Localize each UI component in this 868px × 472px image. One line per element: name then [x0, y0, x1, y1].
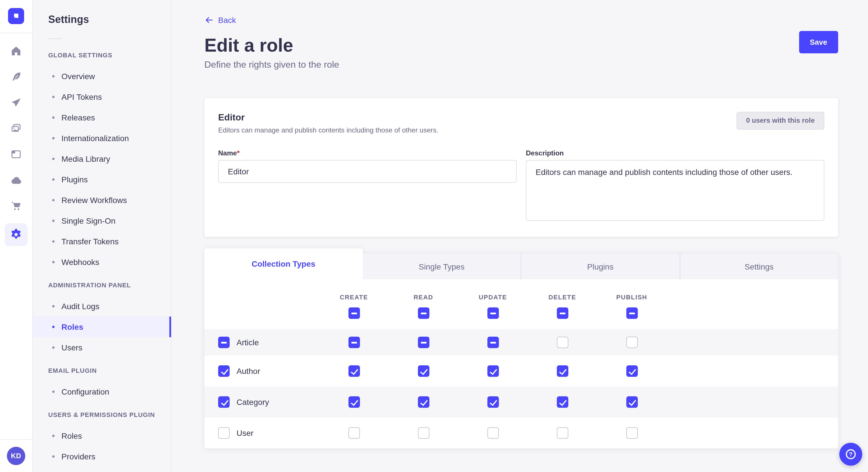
column-label-delete: DELETE — [549, 294, 576, 301]
sidebar-item-label: Transfer Tokens — [61, 237, 119, 246]
role-description-text: Editors can manage and publish contents … — [218, 126, 438, 135]
bullet-dot — [52, 261, 55, 263]
select-all-create-checkbox[interactable] — [348, 307, 360, 319]
checkbox-user-read[interactable] — [417, 427, 429, 439]
sidebar-item-up-roles[interactable]: Roles — [33, 426, 171, 446]
select-all-publish-checkbox[interactable] — [626, 307, 638, 319]
help-button[interactable]: ? — [839, 443, 862, 466]
checkbox-author-publish[interactable] — [626, 365, 638, 377]
cell-user-publish — [597, 427, 666, 439]
checkbox-article-read[interactable] — [417, 337, 429, 348]
checkbox-user-row[interactable] — [218, 427, 229, 439]
bullet-dot — [52, 220, 55, 222]
settings-gear-icon[interactable] — [5, 223, 28, 246]
name-field[interactable] — [218, 160, 517, 183]
checkbox-category-publish[interactable] — [626, 396, 638, 408]
checkbox-article-delete[interactable] — [557, 337, 568, 348]
tab-plugins[interactable]: Plugins — [521, 253, 679, 279]
checkbox-user-create[interactable] — [348, 427, 360, 439]
sidebar-item-transfer-tokens[interactable]: Transfer Tokens — [33, 231, 171, 252]
sidebar-item-audit-logs[interactable]: Audit Logs — [33, 296, 171, 316]
sidebar-list-global: Overview API Tokens Releases Internation… — [33, 66, 171, 272]
section-header-users-permissions-plugin: USERS & PERMISSIONS PLUGIN — [33, 411, 171, 419]
rail-bottom-divider — [0, 439, 32, 440]
sidebar-item-review-workflows[interactable]: Review Workflows — [33, 190, 171, 210]
select-all-update-checkbox[interactable] — [487, 307, 499, 319]
marketplace-cart-icon[interactable] — [10, 200, 22, 212]
save-button[interactable]: Save — [799, 31, 838, 53]
sidebar-item-internationalization[interactable]: Internationalization — [33, 128, 171, 148]
select-all-read-checkbox[interactable] — [417, 307, 429, 319]
rail-bottom: KD — [0, 439, 32, 472]
checkbox-author-row[interactable] — [218, 365, 229, 377]
bullet-dot — [52, 346, 55, 349]
description-field-group: Description Editors can manage and publi… — [526, 147, 825, 223]
sidebar-item-plugins[interactable]: Plugins — [33, 169, 171, 190]
sidebar-item-single-sign-on[interactable]: Single Sign-On — [33, 210, 171, 231]
checkbox-article-publish[interactable] — [626, 337, 638, 348]
media-library-icon[interactable] — [10, 123, 22, 134]
cell-user-read — [389, 427, 458, 439]
sidebar-item-media-library[interactable]: Media Library — [33, 148, 171, 169]
cell-user-create — [319, 427, 389, 439]
cell-article-publish — [597, 337, 666, 348]
checkbox-author-delete[interactable] — [557, 365, 568, 377]
description-field[interactable]: Editors can manage and publish contents … — [526, 160, 825, 221]
select-all-delete-checkbox[interactable] — [557, 307, 568, 319]
rail-divider — [0, 33, 32, 33]
checkbox-category-create[interactable] — [348, 396, 360, 408]
feather-icon[interactable] — [10, 71, 22, 82]
strapi-admin-window: KD Settings GLOBAL SETTINGS Overview API… — [0, 0, 868, 472]
permissions-table: CREATE READ UPDATE DELETE — [205, 279, 838, 448]
bullet-dot — [52, 158, 55, 160]
bullet-dot — [52, 116, 55, 119]
bullet-dot — [52, 391, 55, 393]
sidebar-item-label: Plugins — [61, 175, 88, 184]
tab-settings[interactable]: Settings — [679, 253, 838, 279]
tab-collection-types[interactable]: Collection Types — [205, 248, 363, 279]
checkbox-author-update[interactable] — [487, 365, 499, 377]
sidebar-item-users[interactable]: Users — [33, 337, 171, 358]
strapi-logo[interactable] — [8, 8, 24, 24]
sidebar-item-roles[interactable]: Roles — [33, 316, 171, 337]
checkbox-article-update[interactable] — [487, 337, 499, 348]
user-avatar[interactable]: KD — [7, 447, 25, 465]
sidebar-item-providers[interactable]: Providers — [33, 446, 171, 467]
checkbox-author-create[interactable] — [348, 365, 360, 377]
checkbox-user-update[interactable] — [487, 427, 499, 439]
sidebar-item-configuration[interactable]: Configuration — [33, 381, 171, 402]
column-label-publish: PUBLISH — [616, 294, 647, 301]
checkbox-category-row[interactable] — [218, 396, 229, 408]
sidebar-item-label: Providers — [61, 452, 95, 461]
sidebar-item-overview[interactable]: Overview — [33, 66, 171, 87]
checkbox-article-create[interactable] — [348, 337, 360, 348]
sidebar-item-api-tokens[interactable]: API Tokens — [33, 87, 171, 107]
section-header-global-settings: GLOBAL SETTINGS — [33, 52, 171, 59]
checkbox-article-row[interactable] — [218, 337, 229, 348]
cloud-icon[interactable] — [10, 174, 22, 186]
content-builder-icon[interactable] — [10, 148, 22, 160]
permissions-table-header: CREATE READ UPDATE DELETE — [205, 279, 838, 329]
role-name-heading: Editor — [218, 112, 438, 123]
paper-plane-icon[interactable] — [10, 97, 22, 108]
row-label-cell: Article — [205, 337, 319, 348]
sidebar-item-label: Media Library — [61, 154, 110, 164]
checkbox-category-update[interactable] — [487, 396, 499, 408]
checkbox-category-read[interactable] — [417, 396, 429, 408]
tab-single-types[interactable]: Single Types — [363, 253, 521, 279]
column-read: READ — [389, 294, 458, 319]
row-label-cell: Author — [205, 365, 319, 377]
home-icon[interactable] — [10, 45, 22, 57]
checkbox-category-delete[interactable] — [557, 396, 568, 408]
icon-rail: KD — [0, 0, 33, 472]
checkbox-user-publish[interactable] — [626, 427, 638, 439]
sidebar-item-webhooks[interactable]: Webhooks — [33, 252, 171, 272]
description-label: Description — [526, 149, 564, 157]
checkbox-user-delete[interactable] — [557, 427, 568, 439]
cell-category-update — [458, 396, 528, 408]
sidebar-item-releases[interactable]: Releases — [33, 107, 171, 128]
checkbox-author-read[interactable] — [417, 365, 429, 377]
cell-author-publish — [597, 365, 666, 377]
back-link[interactable]: Back — [205, 15, 236, 25]
cell-article-update — [458, 337, 528, 348]
